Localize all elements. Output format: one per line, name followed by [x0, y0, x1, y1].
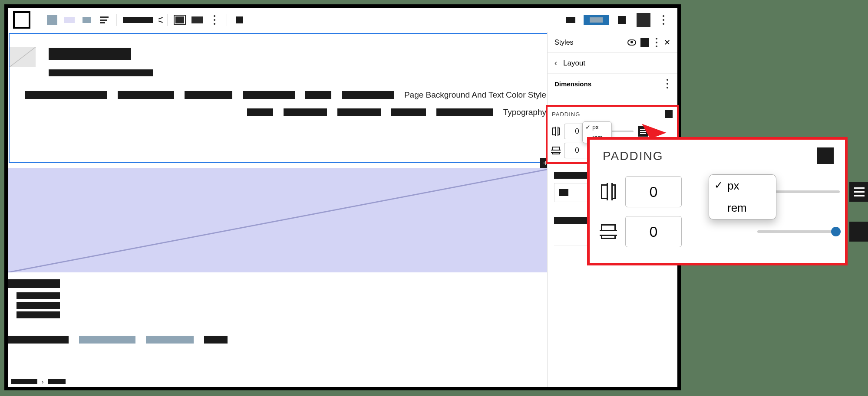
site-logo-placeholder[interactable] — [10, 47, 36, 67]
link-sides-button[interactable] — [665, 110, 673, 118]
width-full-button[interactable] — [174, 14, 186, 26]
layout-option-1[interactable] — [63, 14, 76, 26]
more-menu-button[interactable] — [657, 14, 670, 26]
padding-vertical-input[interactable]: 0 — [625, 176, 682, 207]
footer-nav-item[interactable] — [204, 336, 228, 344]
padding-vertical-icon — [552, 128, 560, 135]
nav-item[interactable] — [185, 91, 232, 99]
footer-nav-item[interactable] — [79, 336, 135, 344]
site-title-placeholder[interactable] — [49, 48, 131, 60]
padding-vertical-icon — [601, 184, 616, 199]
view-desktop-button[interactable] — [564, 14, 577, 26]
chevron-right-icon: › — [42, 378, 44, 385]
more-options-button[interactable] — [208, 14, 221, 26]
link-sides-button[interactable] — [817, 147, 834, 164]
unit-option-px[interactable]: px — [583, 122, 611, 132]
padding-horizontal-icon — [552, 147, 560, 154]
footer-nav-item[interactable] — [146, 336, 194, 344]
top-toolbar — [8, 8, 677, 32]
footer-nav-item[interactable] — [8, 336, 69, 344]
toolbar-right — [562, 13, 672, 27]
panel-more-button[interactable] — [653, 38, 660, 47]
section-title: Dimensions — [554, 80, 591, 88]
slider-knob[interactable] — [831, 227, 841, 236]
editor-canvas[interactable]: Page Background And Text Color Style Typ… — [8, 32, 553, 376]
custom-size-button[interactable] — [849, 182, 868, 202]
panel-nav-label: Layout — [563, 59, 585, 68]
nav-row-2: Typography — [247, 108, 546, 117]
nav-item[interactable] — [436, 108, 493, 116]
panel-nav: ‹ Layout — [548, 53, 677, 74]
footer-list-item[interactable] — [17, 292, 60, 299]
footer-list-item[interactable] — [17, 311, 60, 318]
nav-item[interactable] — [337, 108, 381, 116]
align-button[interactable] — [98, 14, 110, 26]
settings-toggle-button[interactable] — [616, 14, 628, 26]
eye-icon[interactable] — [627, 39, 636, 46]
dimensions-section-header: Dimensions — [548, 74, 677, 91]
padding-horizontal-input[interactable]: 0 — [625, 216, 682, 247]
padding-horizontal-row: 0 — [601, 216, 868, 247]
unit-option-rem[interactable]: rem — [709, 197, 776, 219]
padding-horizontal-slider[interactable] — [757, 230, 840, 233]
padding-horizontal-input[interactable]: 0 — [564, 143, 590, 158]
image-placeholder-block[interactable] — [8, 168, 553, 272]
app-inner: Page Background And Text Color Style Typ… — [8, 8, 677, 387]
nav-item-text[interactable]: Typography — [503, 108, 546, 117]
width-wide-button[interactable] — [191, 14, 203, 26]
panel-title: Styles — [554, 39, 623, 46]
save-button[interactable] — [584, 15, 609, 25]
nav-item-text[interactable]: Page Background And Text Color Style — [404, 90, 546, 100]
selected-block-outline[interactable]: Page Background And Text Color Style Typ… — [9, 33, 551, 163]
block-breadcrumb: › — [11, 376, 66, 387]
unit-dropdown[interactable]: px rem — [709, 174, 776, 219]
footer-list-item[interactable] — [17, 302, 60, 309]
nav-item[interactable] — [284, 108, 327, 116]
styles-toggle-button[interactable] — [637, 13, 650, 27]
section-more-button[interactable] — [664, 79, 670, 88]
separator — [227, 14, 227, 26]
back-button[interactable]: ‹ — [554, 59, 557, 68]
chevron-updown-icon[interactable] — [158, 17, 164, 23]
padding-label: PADDING — [603, 149, 663, 163]
toolbar-label — [123, 17, 153, 23]
separator — [116, 14, 117, 26]
nav-item[interactable] — [243, 91, 295, 99]
nav-item[interactable] — [247, 108, 273, 116]
breadcrumb-item[interactable] — [48, 379, 66, 384]
app-frame: Page Background And Text Color Style Typ… — [4, 4, 681, 390]
panel-header: Styles ✕ — [548, 32, 677, 53]
block-extra-button[interactable] — [233, 14, 245, 26]
nav-item[interactable] — [342, 91, 394, 99]
footer-list — [17, 292, 60, 318]
padding-horizontal-icon — [601, 224, 616, 239]
separator — [167, 14, 168, 26]
site-logo-button[interactable] — [13, 11, 30, 29]
unit-option-px[interactable]: px — [709, 175, 776, 197]
unit-toggle-button[interactable] — [849, 222, 868, 242]
layout-option-2[interactable] — [81, 14, 93, 26]
nav-item[interactable] — [391, 108, 426, 116]
footer-nav — [8, 336, 228, 344]
padding-callout-zoom: PADDING 0 0 px rem — [587, 137, 848, 265]
block-type-button[interactable] — [46, 14, 58, 26]
breadcrumb-item[interactable] — [11, 379, 37, 384]
padding-label: PADDING — [552, 111, 580, 118]
close-icon[interactable]: ✕ — [664, 38, 670, 47]
nav-item[interactable] — [305, 91, 331, 99]
nav-item[interactable] — [118, 91, 174, 99]
style-book-button[interactable] — [640, 38, 649, 47]
nav-row-1: Page Background And Text Color Style — [25, 90, 546, 100]
nav-item[interactable] — [25, 91, 107, 99]
footer-heading[interactable] — [8, 279, 60, 288]
site-tagline-placeholder[interactable] — [49, 69, 153, 76]
